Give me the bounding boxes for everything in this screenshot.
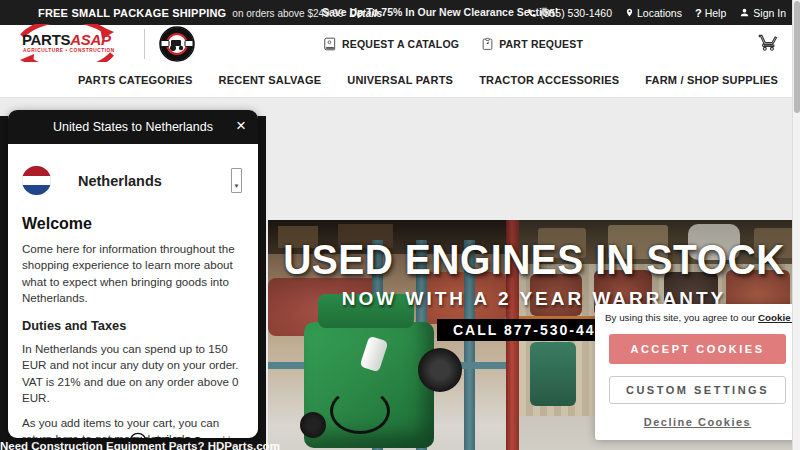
nav-universal-parts[interactable]: UNIVERSAL PARTS: [347, 74, 453, 86]
part-request-button[interactable]: PART REQUEST: [481, 37, 583, 51]
locale-switcher[interactable]: nl | en: [217, 434, 245, 438]
welcome-heading: Welcome: [22, 215, 244, 233]
zonos-wordmark: zonos: [154, 432, 203, 438]
main-nav: PARTS CATEGORIES RECENT SALVAGE UNIVERSA…: [0, 62, 800, 97]
badge-icon: [159, 26, 195, 62]
country-name: Netherlands: [78, 173, 162, 189]
scrollbar-thumb[interactable]: [794, 1, 800, 113]
nav-recent-salvage[interactable]: RECENT SALVAGE: [219, 74, 322, 86]
page: FREE SMALL PACKAGE SHIPPING on orders ab…: [0, 0, 800, 450]
chevron-down-icon: ▼: [234, 180, 240, 192]
site-header: PARTSASAP AGRICULTURE • CONSTRUCTION REQ…: [0, 25, 800, 62]
zonos-logo-icon: [129, 432, 147, 438]
custom-settings-button[interactable]: CUSTOM SETTINGS: [609, 376, 786, 404]
all-states-ag-parts-badge[interactable]: [159, 26, 195, 62]
cart-button[interactable]: [758, 33, 778, 56]
geo-modal: United States to Netherlands × Netherlan…: [8, 110, 258, 438]
shipping-promo-bold: FREE SMALL PACKAGE SHIPPING: [38, 7, 226, 19]
close-icon[interactable]: ×: [236, 116, 246, 136]
locations-link[interactable]: Locations: [625, 7, 682, 19]
brand-name: PARTS: [22, 31, 70, 48]
brand-accent: ASAP: [70, 31, 110, 48]
decline-cookies-link[interactable]: Decline Cookies: [605, 416, 790, 428]
request-catalog-button[interactable]: REQUEST A CATALOG: [323, 37, 459, 51]
top-announcement-bar: FREE SMALL PACKAGE SHIPPING on orders ab…: [0, 0, 800, 25]
partsasap-logo[interactable]: PARTSASAP AGRICULTURE • CONSTRUCTION: [14, 27, 122, 61]
nav-tractor-accessories[interactable]: TRACTOR ACCESSORIES: [479, 74, 619, 86]
cookie-message: By using this site, you agree to our Coo…: [605, 312, 790, 323]
locations-label: Locations: [637, 7, 682, 19]
help-icon: ?: [695, 7, 702, 19]
request-catalog-label: REQUEST A CATALOG: [342, 38, 459, 50]
nav-parts-categories[interactable]: PARTS CATEGORIES: [78, 74, 193, 86]
phone-link[interactable]: (855) 530-1460: [527, 7, 612, 19]
header-divider: [144, 29, 145, 59]
hdparts-banner[interactable]: Need Construction Equipment Parts? HDPar…: [0, 440, 266, 450]
cart-icon: [758, 33, 778, 52]
user-icon: [739, 7, 750, 18]
geo-modal-title: United States to Netherlands: [53, 120, 213, 134]
nav-farm-shop-supplies[interactable]: FARM / SHOP SUPPLIES: [645, 74, 778, 86]
duties-paragraph: In Netherlands you can spend up to 150 E…: [22, 341, 244, 407]
clearance-promo[interactable]: Save Up To 75% In Our New Clearance Sect…: [322, 6, 558, 18]
catalog-book-icon: [323, 37, 337, 51]
sign-in-label: Sign In: [753, 7, 786, 19]
location-pin-icon: [625, 7, 634, 18]
phone-number: (855) 530-1460: [540, 7, 612, 19]
cookie-banner: By using this site, you agree to our Coo…: [595, 304, 800, 440]
duties-heading: Duties and Taxes: [22, 318, 244, 333]
phone-icon: [527, 8, 537, 18]
cookie-message-text: By using this site, you agree to our: [605, 312, 755, 323]
part-request-label: PART REQUEST: [499, 38, 583, 50]
powered-by-label: Powered by: [64, 435, 122, 438]
page-scrollbar[interactable]: [792, 0, 800, 450]
welcome-paragraph: Come here for information throughout the…: [22, 241, 244, 307]
brand-tagline: AGRICULTURE • CONSTRUCTION: [23, 48, 115, 53]
help-label: Help: [705, 7, 727, 19]
help-link[interactable]: ? Help: [695, 7, 726, 19]
country-select-dropdown[interactable]: ▼: [231, 168, 242, 193]
netherlands-flag-icon: [22, 166, 51, 195]
hero-title: USED ENGINES IN STOCK: [268, 238, 800, 282]
sign-in-link[interactable]: Sign In: [739, 7, 786, 19]
clipboard-icon: [481, 37, 494, 51]
country-selector-row: Netherlands ▼: [22, 166, 244, 195]
accept-cookies-button[interactable]: ACCEPT COOKIES: [609, 334, 786, 364]
geo-modal-header: United States to Netherlands ×: [8, 110, 258, 144]
